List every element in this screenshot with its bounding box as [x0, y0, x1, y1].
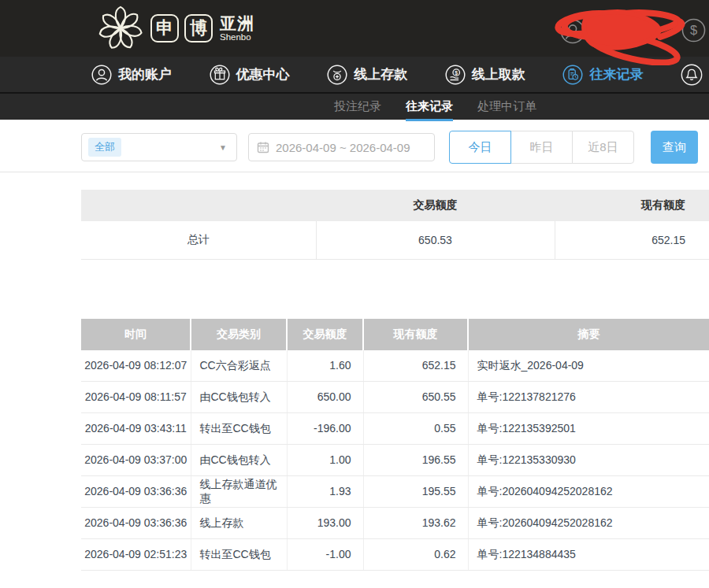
top-header: 申 博 亚洲 Shenbo $ — [0, 0, 709, 57]
nav-item-online-withdraw[interactable]: $ 线上取款 — [445, 65, 525, 85]
summary-header-trade: 交易额度 — [316, 190, 555, 221]
bell-icon — [681, 64, 703, 86]
cell-balance: 193.62 — [363, 508, 468, 539]
summary-table: 交易额度 现有额度 总计 650.53 652.15 — [81, 190, 709, 260]
gift-icon — [210, 65, 230, 85]
cell-trade-amount: 1.93 — [287, 476, 363, 508]
cell-type: 由CC钱包转入 — [191, 445, 287, 476]
table-row: 2026-04-09 03:37:00 由CC钱包转入 1.00 196.55 … — [81, 445, 709, 476]
cell-time: 2026-04-09 03:36:36 — [81, 476, 191, 508]
col-header-summary: 摘要 — [468, 319, 709, 350]
calendar-icon — [257, 141, 269, 153]
filter-section: 全部 ▼ 2026-04-09 ~ 2026-04-09 今日 昨日 近8日 查… — [0, 131, 709, 172]
cell-type: 线上存款 — [191, 508, 287, 539]
cell-balance: 0.62 — [363, 539, 468, 571]
summary-total-label: 总计 — [81, 221, 316, 259]
svg-text:$: $ — [455, 69, 458, 76]
cell-summary: 单号:122135392501 — [468, 413, 709, 445]
quick-date-button-group: 今日 昨日 近8日 — [449, 131, 634, 164]
summary-header-empty — [81, 190, 316, 221]
cell-summary: 单号:202604094252028162 — [468, 476, 709, 508]
records-table: 时间 交易类别 交易额度 现有额度 摘要 2026-04-09 08:12:07… — [81, 319, 709, 571]
cell-summary: 单号:122137821276 — [468, 382, 709, 413]
cell-summary: 实时返水_2026-04-09 — [468, 350, 709, 382]
brand-logo[interactable]: 申 博 亚洲 Shenbo — [96, 4, 254, 53]
cell-time: 2026-04-09 02:51:23 — [81, 539, 191, 571]
cell-balance: 196.55 — [363, 445, 468, 476]
records-header-row: 时间 交易类别 交易额度 现有额度 摘要 — [81, 319, 709, 350]
cell-balance: 650.55 — [363, 382, 468, 413]
cell-balance: 652.15 — [363, 350, 468, 382]
sub-nav-tabs: 投注纪录 往来记录 处理中订单 — [0, 92, 709, 120]
nav-item-promotions[interactable]: 优惠中心 — [210, 65, 290, 85]
summary-header-balance: 现有额度 — [555, 190, 709, 221]
table-row: 2026-04-09 08:11:57 由CC钱包转入 650.00 650.5… — [81, 382, 709, 413]
deposit-icon — [327, 65, 347, 85]
cell-summary: 单号:202604094252028162 — [468, 508, 709, 539]
chevron-down-icon: ▼ — [219, 143, 227, 152]
cell-trade-amount: -196.00 — [287, 413, 363, 445]
date-range-input[interactable]: 2026-04-09 ~ 2026-04-09 — [248, 133, 435, 161]
cell-trade-amount: 650.00 — [287, 382, 363, 413]
table-row: 2026-04-09 02:51:23 转出至CC钱包 -1.00 0.62 单… — [81, 539, 709, 571]
cell-time: 2026-04-09 08:12:07 — [81, 350, 191, 382]
tab-betting-records[interactable]: 投注纪录 — [334, 94, 381, 121]
table-row: 2026-04-09 03:36:36 线上存款 193.00 193.62 单… — [81, 508, 709, 539]
summary-total-row: 总计 650.53 652.15 — [81, 221, 709, 259]
col-header-balance: 现有额度 — [363, 319, 468, 350]
yesterday-button[interactable]: 昨日 — [510, 131, 573, 164]
date-range-value: 2026-04-09 ~ 2026-04-09 — [276, 141, 410, 154]
logo-char-shen: 申 — [150, 14, 179, 43]
red-scribble-redaction — [542, 2, 693, 65]
cell-type: CC六合彩返点 — [191, 350, 287, 382]
user-icon — [91, 65, 112, 85]
cell-type: 由CC钱包转入 — [191, 382, 287, 413]
cell-type: 转出至CC钱包 — [191, 413, 287, 445]
nav-label: 优惠中心 — [236, 65, 290, 83]
cell-time: 2026-04-09 03:36:36 — [81, 508, 191, 539]
last-8-days-button[interactable]: 近8日 — [572, 131, 634, 164]
cell-balance: 0.55 — [363, 413, 468, 445]
logo-char-bo: 博 — [184, 14, 213, 43]
flower-logo-icon — [96, 4, 145, 53]
nav-label: 往来记录 — [589, 65, 643, 83]
cell-trade-amount: -1.00 — [287, 539, 363, 571]
records-icon — [562, 65, 583, 85]
cell-trade-amount: 193.00 — [287, 508, 363, 539]
logo-region-en: Shenbo — [220, 32, 254, 42]
search-button[interactable]: 查询 — [651, 131, 698, 164]
nav-item-transaction-records[interactable]: 往来记录 — [562, 65, 643, 85]
category-select[interactable]: 全部 ▼ — [81, 133, 237, 161]
tab-transaction-records[interactable]: 往来记录 — [406, 94, 453, 121]
today-button[interactable]: 今日 — [449, 131, 511, 164]
table-row: 2026-04-09 03:43:11 转出至CC钱包 -196.00 0.55… — [81, 413, 709, 445]
col-header-type: 交易类别 — [191, 319, 287, 350]
col-header-trade-amount: 交易额度 — [287, 319, 363, 350]
main-content: 全部 ▼ 2026-04-09 ~ 2026-04-09 今日 昨日 近8日 查… — [0, 120, 709, 571]
nav-item-my-account[interactable]: 我的账户 — [91, 65, 172, 85]
summary-total-trade: 650.53 — [316, 221, 555, 259]
nav-item-notifications[interactable] — [681, 64, 703, 86]
summary-total-balance: 652.15 — [555, 221, 709, 259]
nav-label: 我的账户 — [118, 65, 172, 83]
cell-summary: 单号:122134884435 — [468, 539, 709, 571]
cell-time: 2026-04-09 03:43:11 — [81, 413, 191, 445]
nav-item-online-deposit[interactable]: 线上存款 — [327, 65, 407, 85]
nav-label: 线上存款 — [354, 65, 407, 83]
tab-pending-orders[interactable]: 处理中订单 — [477, 94, 536, 121]
cell-type: 线上存款通道优惠 — [191, 476, 287, 508]
logo-region-cn: 亚洲 — [220, 15, 254, 32]
cell-time: 2026-04-09 08:11:57 — [81, 382, 191, 413]
cell-time: 2026-04-09 03:37:00 — [81, 445, 191, 476]
cell-trade-amount: 1.60 — [287, 350, 363, 382]
table-row: 2026-04-09 03:36:36 线上存款通道优惠 1.93 195.55… — [81, 476, 709, 508]
summary-header-row: 交易额度 现有额度 — [81, 190, 709, 221]
cell-trade-amount: 1.00 — [287, 445, 363, 476]
col-header-time: 时间 — [81, 319, 191, 350]
table-row: 2026-04-09 08:12:07 CC六合彩返点 1.60 652.15 … — [81, 350, 709, 382]
cell-type: 转出至CC钱包 — [191, 539, 287, 571]
cell-summary: 单号:122135330930 — [468, 445, 709, 476]
withdraw-icon: $ — [445, 65, 466, 85]
category-selected-tag[interactable]: 全部 — [88, 138, 121, 157]
cell-balance: 195.55 — [363, 476, 468, 508]
